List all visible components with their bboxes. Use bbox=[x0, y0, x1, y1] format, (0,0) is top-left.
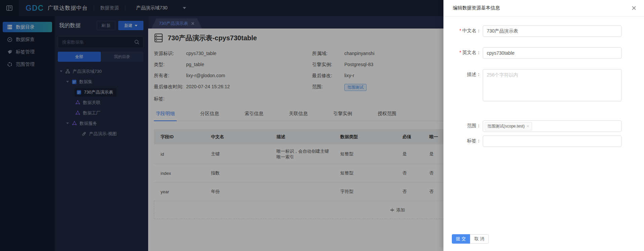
field-label-en: *英文名： bbox=[443, 47, 481, 59]
required-asterisk: * bbox=[460, 28, 461, 33]
field-label-tag: 标签： bbox=[443, 136, 481, 147]
cn-name-field[interactable] bbox=[483, 26, 621, 37]
edit-resource-form: *中文名： *英文名： 描述： 范围： 范围测试(scope.test) bbox=[443, 16, 644, 147]
field-label-scope: 范围： bbox=[443, 120, 481, 132]
drawer-mask[interactable] bbox=[0, 0, 443, 251]
field-label-cn: *中文名： bbox=[443, 26, 481, 37]
description-field[interactable] bbox=[483, 69, 621, 101]
scope-chip: 范围测试(scope.test) bbox=[485, 122, 532, 131]
field-label-desc: 描述： bbox=[443, 69, 481, 101]
close-icon[interactable] bbox=[631, 6, 636, 10]
scope-field[interactable]: 范围测试(scope.test) bbox=[483, 120, 621, 132]
cancel-button[interactable]: 取 消 bbox=[470, 234, 489, 244]
app-root: GDC 广联达数据中台 数据资源 产品演示域730 数据目录 数据探查 bbox=[0, 0, 644, 251]
submit-button[interactable]: 提 交 bbox=[452, 234, 470, 244]
drawer-title: 编辑数据资源基本信息 bbox=[453, 5, 631, 11]
required-asterisk: * bbox=[460, 50, 461, 55]
chip-remove-icon[interactable] bbox=[527, 125, 529, 128]
tag-field[interactable] bbox=[483, 136, 621, 147]
edit-resource-drawer: 编辑数据资源基本信息 *中文名： *英文名： 描述： 范围： 范围测试(scop… bbox=[443, 0, 644, 251]
en-name-field[interactable] bbox=[483, 47, 621, 59]
